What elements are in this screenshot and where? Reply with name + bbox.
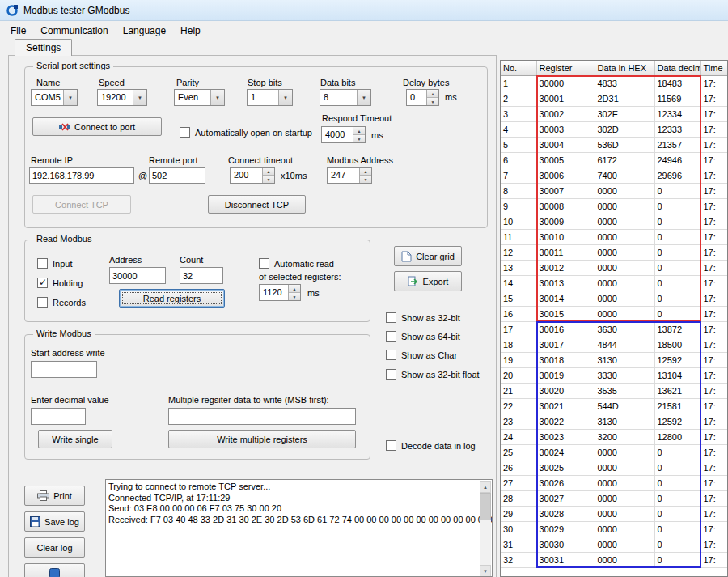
write-single-button[interactable]: Write single	[38, 430, 112, 448]
cell-no[interactable]: 25	[501, 444, 536, 460]
cell-register[interactable]: 30031	[536, 552, 595, 567]
cell-time[interactable]: 17:	[700, 121, 728, 137]
grid-row[interactable]: 23 30022 3130 12592 17:	[501, 414, 728, 429]
cell-register[interactable]: 30003	[536, 121, 595, 137]
show-char-checkbox[interactable]: Show as Char	[386, 350, 457, 360]
grid-row[interactable]: 18 30017 4844 18500 17:	[501, 337, 728, 352]
grid-row[interactable]: 32 30031 0000 0 17:	[501, 552, 728, 567]
cell-data-decimal[interactable]: 0	[654, 521, 700, 537]
cell-register[interactable]: 30018	[536, 352, 595, 367]
cell-data-decimal[interactable]: 13104	[654, 367, 700, 383]
remote-port-input[interactable]	[149, 167, 205, 184]
cell-data-hex[interactable]: 0000	[595, 306, 654, 321]
log-output[interactable]: Trying to connect to remote TCP server..…	[105, 479, 493, 577]
cell-data-hex[interactable]: 0000	[595, 460, 654, 475]
cell-register[interactable]: 30017	[536, 337, 595, 352]
show-float-checkbox[interactable]: Show as 32-bit float	[386, 369, 480, 380]
chevron-down-icon[interactable]: ▼	[63, 90, 77, 105]
input-checkbox[interactable]: Input	[37, 258, 72, 269]
cell-data-decimal[interactable]: 21357	[654, 137, 700, 152]
cell-data-decimal[interactable]: 0	[654, 244, 700, 260]
cell-time[interactable]: 17:	[700, 383, 728, 398]
grid-row[interactable]: 9 30008 0000 0 17:	[501, 198, 728, 214]
cell-data-hex[interactable]: 0000	[595, 260, 654, 275]
grid-row[interactable]: 19 30018 3130 12592 17:	[501, 352, 728, 367]
cell-no[interactable]: 24	[501, 429, 536, 444]
spin-down-icon[interactable]: ▼	[289, 293, 300, 300]
cell-time[interactable]: 17:	[700, 460, 728, 475]
partial-bottom-button[interactable]	[24, 563, 85, 577]
cell-data-decimal[interactable]: 0	[654, 198, 700, 214]
cell-data-hex[interactable]: 0000	[595, 475, 654, 490]
cell-data-decimal[interactable]: 0	[654, 291, 700, 306]
grid-row[interactable]: 11 30010 0000 0 17:	[501, 229, 728, 244]
save-log-button[interactable]: Save log	[24, 511, 85, 532]
cell-register[interactable]: 30028	[536, 506, 595, 521]
menu-file[interactable]: File	[3, 23, 33, 39]
cell-data-hex[interactable]: 302D	[595, 121, 654, 137]
cell-data-hex[interactable]: 3130	[595, 414, 654, 429]
grid-row[interactable]: 1 30000 4833 18483 17:	[501, 75, 728, 91]
menu-communication[interactable]: Communication	[33, 23, 115, 39]
cell-data-decimal[interactable]: 0	[654, 537, 700, 552]
grid-row[interactable]: 8 30007 0000 0 17:	[501, 183, 728, 198]
grid-row[interactable]: 30 30029 0000 0 17:	[501, 521, 728, 537]
chevron-down-icon[interactable]: ▼	[357, 90, 370, 105]
cell-register[interactable]: 30016	[536, 321, 595, 337]
grid-row[interactable]: 4 30003 302D 12333 17:	[501, 121, 728, 137]
cell-register[interactable]: 30030	[536, 537, 595, 552]
cell-data-decimal[interactable]: 0	[654, 260, 700, 275]
auto-open-checkbox[interactable]: Automatically open on startup	[180, 127, 312, 138]
cell-register[interactable]: 30005	[536, 152, 595, 168]
cell-register[interactable]: 30001	[536, 91, 595, 106]
grid-row[interactable]: 2 30001 2D31 11569 17:	[501, 91, 728, 106]
cell-register[interactable]: 30014	[536, 291, 595, 306]
cell-register[interactable]: 30015	[536, 306, 595, 321]
respond-timeout-stepper[interactable]: 4000 ▲ ▼	[321, 126, 366, 143]
cell-data-decimal[interactable]: 0	[654, 552, 700, 567]
connect-to-port-button[interactable]: Connect to port	[32, 117, 162, 136]
grid-row[interactable]: 10 30009 0000 0 17:	[501, 214, 728, 229]
spin-down-icon[interactable]: ▼	[360, 176, 371, 183]
connect-timeout-stepper[interactable]: 200 ▲ ▼	[230, 167, 275, 184]
cell-time[interactable]: 17:	[700, 91, 728, 106]
cell-no[interactable]: 9	[501, 198, 536, 214]
grid-row[interactable]: 15 30014 0000 0 17:	[501, 291, 728, 306]
cell-no[interactable]: 5	[501, 137, 536, 152]
grid-row[interactable]: 20 30019 3330 13104 17:	[501, 367, 728, 383]
cell-time[interactable]: 17:	[700, 75, 728, 91]
grid-row[interactable]: 16 30015 0000 0 17:	[501, 306, 728, 321]
cell-time[interactable]: 17:	[700, 137, 728, 152]
cell-register[interactable]: 30022	[536, 414, 595, 429]
cell-time[interactable]: 17:	[700, 414, 728, 429]
cell-register[interactable]: 30025	[536, 460, 595, 475]
print-button[interactable]: Print	[24, 486, 85, 506]
chevron-down-icon[interactable]: ▼	[133, 90, 146, 105]
cell-time[interactable]: 17:	[700, 337, 728, 352]
spin-up-icon[interactable]: ▲	[289, 285, 300, 293]
clear-grid-button[interactable]: Clear grid	[394, 246, 462, 266]
cell-register[interactable]: 30026	[536, 475, 595, 490]
cell-time[interactable]: 17:	[700, 183, 728, 198]
cell-data-decimal[interactable]: 11569	[654, 91, 700, 106]
cell-data-decimal[interactable]: 12333	[654, 121, 700, 137]
cell-no[interactable]: 12	[501, 244, 536, 260]
grid-row[interactable]: 22 30021 544D 21581 17:	[501, 398, 728, 414]
cell-register[interactable]: 30021	[536, 398, 595, 414]
header-data-decimal[interactable]: Data decimal	[654, 61, 700, 75]
automatic-read-checkbox[interactable]: Automatic read	[259, 258, 334, 269]
show-32bit-checkbox[interactable]: Show as 32-bit	[386, 312, 460, 323]
cell-time[interactable]: 17:	[700, 367, 728, 383]
cell-no[interactable]: 19	[501, 352, 536, 367]
decimal-value-input[interactable]	[31, 408, 86, 425]
cell-no[interactable]: 26	[501, 460, 536, 475]
speed-select[interactable]: 19200 ▼	[97, 89, 147, 106]
cell-no[interactable]: 16	[501, 306, 536, 321]
disconnect-tcp-button[interactable]: Disconnect TCP	[208, 195, 306, 214]
cell-register[interactable]: 30011	[536, 244, 595, 260]
cell-data-hex[interactable]: 4833	[595, 75, 654, 91]
cell-time[interactable]: 17:	[700, 552, 728, 567]
cell-data-hex[interactable]: 0000	[595, 490, 654, 506]
grid-row[interactable]: 6 30005 6172 24946 17:	[501, 152, 728, 168]
cell-data-hex[interactable]: 536D	[595, 137, 654, 152]
